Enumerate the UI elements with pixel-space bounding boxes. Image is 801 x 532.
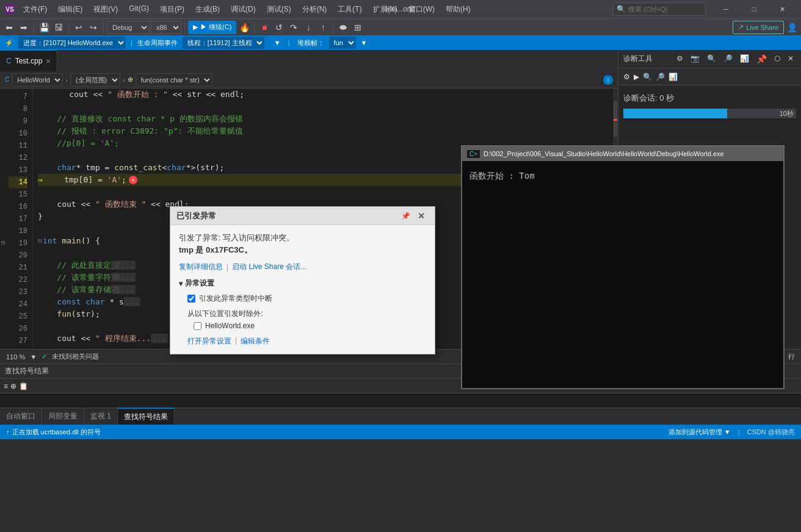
diagnostics-timer-bar: 10秒 [623,109,796,118]
tab-filename: Test.cpp [15,57,43,65]
zoom-in-icon[interactable]: 🔍 [705,53,719,65]
link-sep: | [227,263,228,271]
process-select[interactable]: 进度：[21072] HelloWorld.exe [18,37,126,49]
stack-label: 堆栈帧： [297,38,324,48]
back-button[interactable]: ⬅ [2,21,16,34]
diag-btn-1[interactable]: ⚙ [623,73,630,81]
expand-icon[interactable]: ↕ [603,75,613,85]
menu-debug[interactable]: 调试(D) [226,3,261,16]
menu-edit[interactable]: 编辑(E) [53,3,87,16]
zoom-out-icon[interactable]: 🔎 [721,53,735,65]
tab-find-symbol[interactable]: 查找符号结果 [118,408,175,425]
menu-help[interactable]: 帮助(H) [441,3,476,16]
user-icon[interactable]: 👤 [785,21,799,34]
redo-button[interactable]: ↪ [87,21,100,34]
close-panel-icon[interactable]: ✕ [785,53,796,65]
breadcrumb-scope[interactable]: HelloWorld [12,73,63,87]
debug-config-dropdown[interactable]: Debug [107,21,150,34]
tab-auto-window[interactable]: 自动窗口 [0,408,42,425]
exclude-label: 从以下位置引发时除外: [187,307,426,320]
exe-checkbox-label[interactable]: HelloWorld.exe [205,322,255,330]
fire-button[interactable]: 🔥 [237,21,251,34]
exception-title-bar: 已引发异常 📌 ✕ [170,207,435,225]
camera-icon[interactable]: 📷 [688,53,702,65]
settings-icon[interactable]: ⚙ [674,53,686,65]
save-button[interactable]: 💾 [37,21,51,34]
open-exception-settings-link[interactable]: 打开异常设置 [187,336,231,347]
stop-button[interactable]: ■ [258,21,271,34]
step-out-button[interactable]: ↑ [316,21,330,34]
cpp-file-icon: C [6,57,12,65]
stack-arrow: ▼ [361,39,368,46]
step-into-button[interactable]: ↓ [302,21,315,34]
breadcrumb-range[interactable]: (全局范围) [70,73,120,87]
live-share-button[interactable]: ↗ Live Share [733,21,784,34]
status-check-icon: ✓ [42,353,47,361]
edit-condition-link[interactable]: 编辑条件 [241,336,270,347]
restart-button[interactable]: ↺ [272,21,286,34]
tab-locals[interactable]: 局部变量 [42,408,84,425]
breadcrumb-function[interactable]: fun(const char * str) [136,73,212,87]
sym-btn-1[interactable]: ≡ [4,382,8,390]
diagnostics-title: 诊断工具 [623,54,653,64]
menu-tools[interactable]: 工具(T) [333,3,366,16]
menu-git[interactable]: Git(G) [124,3,154,16]
sym-btn-3[interactable]: 📋 [19,382,28,390]
toolbar-sep-4 [184,22,185,33]
search-input[interactable] [628,5,701,13]
exception-title: 已引发异常 [176,210,216,221]
exe-checkbox[interactable] [194,322,201,330]
diag-btn-3[interactable]: 🔍 [643,73,652,81]
menu-test[interactable]: 测试(S) [262,3,296,16]
zoom-arrow: ▼ [30,353,37,361]
breakpoints-button[interactable]: ⬬ [336,21,350,34]
close-button[interactable]: ✕ [768,0,796,18]
loading-icon: ↑ [6,428,10,436]
console-path: D:\002_Project\006_Visual_Studio\HelloWo… [484,150,724,157]
diag-btn-5[interactable]: 📊 [669,73,678,81]
undo-button[interactable]: ↩ [72,21,85,34]
thread-select[interactable]: 线程：[11912] 主线程 [183,37,264,49]
menu-analyze[interactable]: 分析(N) [297,3,332,16]
windows-button[interactable]: ⊞ [351,21,364,34]
tab-close-icon[interactable]: ✕ [46,58,51,65]
zoom-level[interactable]: 110 % [6,353,25,361]
maximize-button[interactable]: □ [740,0,768,18]
copy-details-link[interactable]: 复制详细信息 [179,262,223,272]
console-body: 函数开始 : Tom [462,161,783,388]
pin-dialog-icon[interactable]: 📌 [397,210,414,221]
break-checkbox-label[interactable]: 引发此异常类型时中断 [199,293,272,304]
minimize-button[interactable]: ─ [712,0,740,18]
menu-view[interactable]: 视图(V) [89,3,123,16]
editor-tab-test-cpp[interactable]: C Test.cpp ✕ [0,50,57,71]
forward-button[interactable]: ➡ [17,21,31,34]
section-title: 异常设置 [185,278,214,289]
breadcrumb-func-icon: ⊕ [128,76,133,84]
sym-btn-2[interactable]: ⊕ [10,382,16,390]
save-all-button[interactable]: 🖫 [52,21,65,34]
float-icon[interactable]: ⬡ [772,53,783,65]
window-title: Hel...orld [386,5,415,13]
close-dialog-icon[interactable]: ✕ [414,210,429,222]
chart-icon[interactable]: 📊 [738,53,752,65]
continue-button[interactable]: ▶ ▶ 继续(C) [188,21,236,34]
tab-watch-1[interactable]: 监视 1 [84,408,118,425]
live-share-session-link[interactable]: 启动 Live Share 会话... [232,262,306,272]
exception-links: 复制详细信息 | 启动 Live Share 会话... [179,262,426,272]
step-over-button[interactable]: ↷ [287,21,300,34]
menu-build[interactable]: 生成(B) [190,3,225,16]
stack-select[interactable]: fun [329,37,356,49]
diag-btn-4[interactable]: 🔎 [656,73,665,81]
platform-dropdown[interactable]: x86 [151,21,181,34]
source-ctrl-button[interactable]: 添加到源代码管理 ▼ [669,428,731,437]
menu-file[interactable]: 文件(F) [18,3,52,16]
section-arrow[interactable]: ▾ [179,279,183,288]
diag-btn-2[interactable]: ▶ [634,73,639,81]
exception-footer: 打开异常设置 | 编辑条件 [187,336,426,347]
menu-project[interactable]: 项目(P) [155,3,189,16]
break-checkbox[interactable] [187,295,195,303]
exception-message-2: tmp 是 0x17FC3C。 [179,245,426,256]
pin-panel-icon[interactable]: 📌 [754,53,769,65]
collapse-19-icon[interactable]: ⊟ [38,235,42,247]
toolbar-sep-2 [68,22,69,33]
